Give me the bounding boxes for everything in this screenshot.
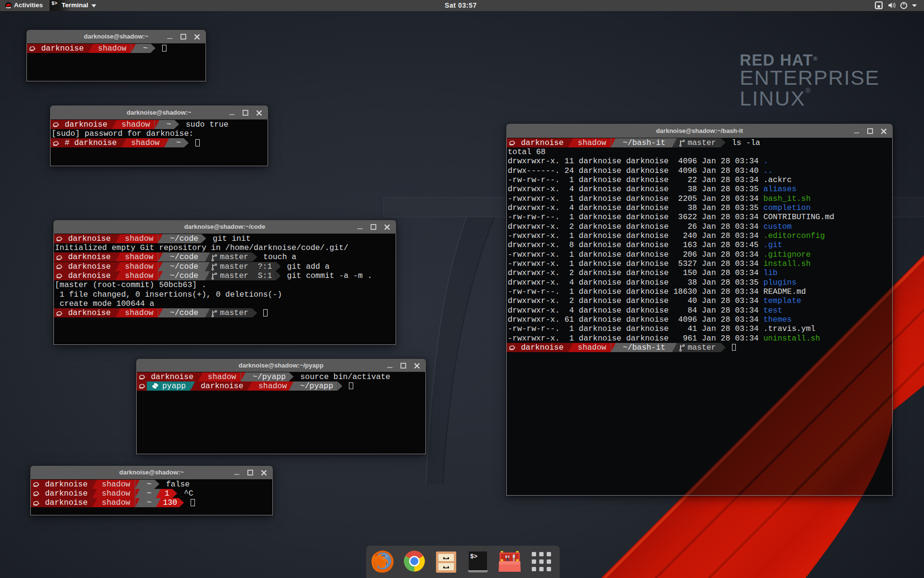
svg-text:$>: $> [470,553,477,560]
